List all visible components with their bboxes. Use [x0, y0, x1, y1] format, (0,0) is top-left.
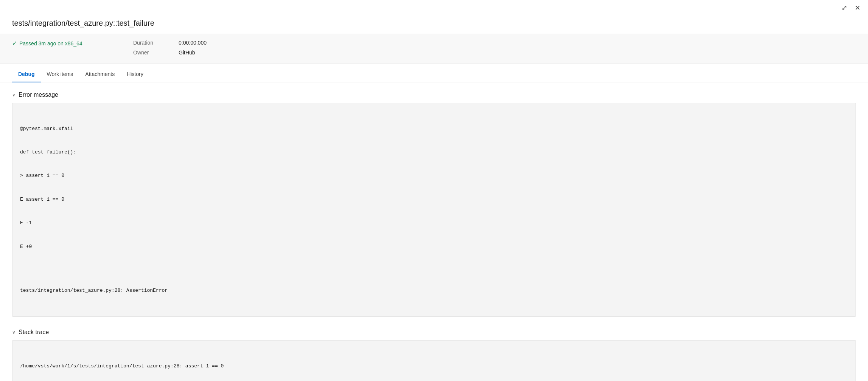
- stack-trace-section: ∨ Stack trace /home/vsts/work/1/s/tests/…: [12, 329, 856, 381]
- error-message-section: ∨ Error message @pytest.mark.xfail def t…: [12, 91, 856, 317]
- check-icon: ✓: [12, 40, 17, 47]
- tab-work-items[interactable]: Work items: [41, 67, 79, 82]
- owner-value: GitHub: [179, 50, 207, 56]
- error-code-line-8: tests/integration/test_azure.py:28: Asse…: [20, 287, 848, 295]
- window-controls: ⤢ ✕: [0, 0, 868, 16]
- error-chevron-icon: ∨: [12, 92, 16, 98]
- expand-button[interactable]: ⤢: [840, 4, 849, 12]
- error-code-line-2: def test_failure():: [20, 149, 848, 156]
- meta-details: Duration 0:00:00.000 Owner GitHub: [133, 40, 207, 56]
- stack-code-line-1: /home/vsts/work/1/s/tests/integration/te…: [20, 362, 848, 370]
- error-message-title: Error message: [19, 91, 58, 98]
- status-area: ✓ Passed 3m ago on x86_64: [12, 40, 110, 47]
- stack-chevron-icon: ∨: [12, 330, 16, 335]
- error-code-line-4: E assert 1 == 0: [20, 196, 848, 204]
- error-code-separator: [20, 266, 848, 271]
- tab-history[interactable]: History: [121, 67, 149, 82]
- error-code-line-6: E +0: [20, 243, 848, 251]
- stack-trace-title: Stack trace: [19, 329, 49, 336]
- close-button[interactable]: ✕: [853, 4, 862, 12]
- duration-value: 0:00:00.000: [179, 40, 207, 46]
- content-area: ∨ Error message @pytest.mark.xfail def t…: [0, 82, 868, 381]
- page-title: tests/integration/test_azure.py::test_fa…: [0, 16, 868, 34]
- stack-trace-header[interactable]: ∨ Stack trace: [12, 329, 856, 336]
- tab-debug[interactable]: Debug: [12, 67, 41, 82]
- meta-bar: ✓ Passed 3m ago on x86_64 Duration 0:00:…: [0, 34, 868, 64]
- tabs-container: Debug Work items Attachments History: [0, 67, 868, 82]
- status-text: Passed 3m ago on x86_64: [19, 40, 82, 46]
- error-code-line-3: > assert 1 == 0: [20, 172, 848, 180]
- duration-label: Duration: [133, 40, 179, 46]
- error-code-line-5: E -1: [20, 219, 848, 227]
- tab-attachments[interactable]: Attachments: [79, 67, 121, 82]
- owner-label: Owner: [133, 50, 179, 56]
- status-passed: ✓ Passed 3m ago on x86_64: [12, 40, 110, 47]
- error-message-code: @pytest.mark.xfail def test_failure(): >…: [12, 103, 856, 317]
- error-message-header[interactable]: ∨ Error message: [12, 91, 856, 98]
- stack-trace-code: /home/vsts/work/1/s/tests/integration/te…: [12, 340, 856, 381]
- error-code-line-1: @pytest.mark.xfail: [20, 125, 848, 133]
